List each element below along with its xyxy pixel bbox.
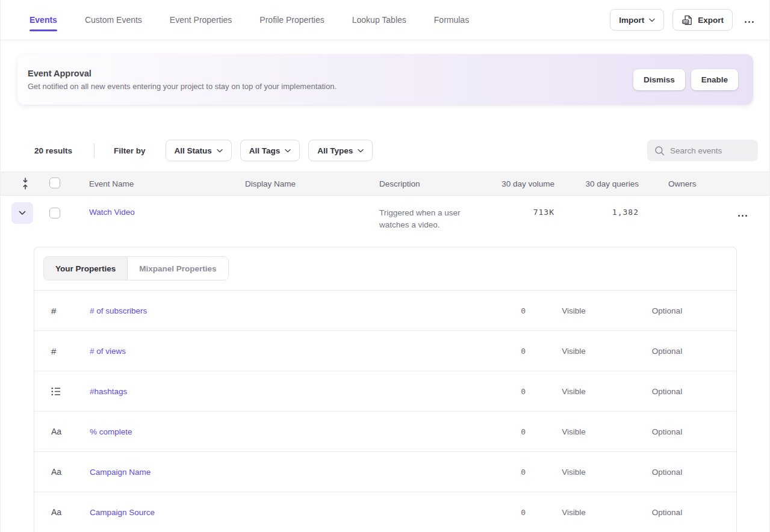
row-checkbox[interactable] [49,208,60,218]
export-button-label: Export [698,16,724,25]
column-header-queries: 30 day queries [554,179,639,188]
tags-filter-label: All Tags [249,146,281,155]
property-visibility: Visible [526,468,622,477]
status-filter-dropdown[interactable]: All Status [166,140,232,161]
column-header-volume: 30 day volume [474,179,554,188]
property-requirement: Optional [622,347,712,356]
search-input[interactable] [670,146,751,155]
property-count: 0 [441,347,526,356]
text-type-icon: Aa [51,427,90,436]
number-type-icon: # [51,346,90,356]
properties-tabbar: Your Properties Mixpanel Properties [34,247,736,291]
property-name-link[interactable]: % complete [90,427,441,436]
volume-value: 713K [533,208,554,217]
search-box [647,140,758,161]
enable-button[interactable]: Enable [691,69,738,90]
chevron-down-icon [285,149,291,153]
more-options-button[interactable] [741,12,757,28]
row-more-options-button[interactable] [734,206,751,222]
property-count: 0 [441,427,526,436]
import-button[interactable]: Import [610,9,664,31]
tags-filter-dropdown[interactable]: All Tags [240,140,300,161]
property-name-link[interactable]: Campaign Source [90,508,441,517]
chevron-down-icon [19,211,26,215]
property-requirement: Optional [622,427,712,436]
tab-your-properties[interactable]: Your Properties [44,257,128,280]
ellipsis-icon [738,215,747,217]
display-name-cell [225,202,359,208]
property-visibility: Visible [526,306,622,315]
tab-profile-properties[interactable]: Profile Properties [259,0,324,40]
ellipsis-icon [745,21,754,23]
properties-segmented-control: Your Properties Mixpanel Properties [43,256,229,280]
divider [94,143,95,158]
property-row: #hashtags 0 Visible Optional [34,371,736,412]
chevron-down-icon [649,18,655,22]
dismiss-button[interactable]: Dismiss [633,69,685,90]
number-type-icon: # [51,306,90,316]
results-count: 20 results [34,146,72,155]
svg-text:csv: csv [683,19,689,23]
types-filter-dropdown[interactable]: All Types [308,140,373,161]
tab-formulas[interactable]: Formulas [434,0,469,40]
column-header-owners: Owners [639,179,711,188]
owners-cell [639,202,711,208]
property-count: 0 [441,387,526,396]
property-count: 0 [441,468,526,477]
events-table-header: Event Name Display Name Description 30 d… [1,172,769,196]
property-row: Aa Campaign Source 0 Visible Optional [34,492,736,532]
queries-value: 1,382 [612,208,639,217]
event-approval-banner: Event Approval Get notified on all new e… [17,54,753,105]
status-filter-label: All Status [175,146,212,155]
property-requirement: Optional [622,468,712,477]
list-type-icon [51,387,90,396]
column-header-display-name: Display Name [225,179,359,188]
tab-event-properties[interactable]: Event Properties [170,0,232,40]
property-name-link[interactable]: # of views [90,347,441,356]
property-visibility: Visible [526,427,622,436]
tab-custom-events[interactable]: Custom Events [85,0,142,40]
import-button-label: Import [619,16,644,25]
tab-mixpanel-properties[interactable]: Mixpanel Properties [128,257,228,280]
filter-by-label: Filter by [114,146,146,155]
property-count: 0 [441,306,526,315]
property-row: Aa Campaign Name 0 Visible Optional [34,452,736,492]
banner-subtitle: Get notified on all new events entering … [28,82,337,91]
property-requirement: Optional [622,387,712,396]
property-row: # # of subscribers 0 Visible Optional [34,291,736,331]
collapse-all-button[interactable] [11,177,39,190]
types-filter-label: All Types [317,146,353,155]
tab-lookup-tables[interactable]: Lookup Tables [352,0,406,40]
search-icon [654,146,665,156]
nav-actions: Import csv Export [610,9,757,31]
banner-text: Event Approval Get notified on all new e… [28,69,337,91]
property-visibility: Visible [526,387,622,396]
banner-title: Event Approval [28,69,337,78]
properties-panel: Your Properties Mixpanel Properties # # … [34,247,737,532]
property-row: # # of views 0 Visible Optional [34,331,736,371]
lexicon-events-page: Events Custom Events Event Properties Pr… [0,0,770,532]
banner-actions: Dismiss Enable [633,69,738,90]
event-row-watch-video: Watch Video Triggered when a user watche… [1,196,769,240]
filter-row: 20 results Filter by All Status All Tags… [34,140,758,161]
property-name-link[interactable]: # of subscribers [90,306,441,315]
property-name-link[interactable]: Campaign Name [90,468,441,477]
property-name-link[interactable]: #hashtags [90,387,441,396]
export-button[interactable]: csv Export [672,9,733,31]
property-visibility: Visible [526,508,622,517]
column-header-description: Description [359,179,474,188]
tab-events[interactable]: Events [29,0,57,40]
property-requirement: Optional [622,306,712,315]
text-type-icon: Aa [51,507,90,517]
chevron-down-icon [217,149,223,153]
event-name-link[interactable]: Watch Video [89,208,135,217]
property-visibility: Visible [526,347,622,356]
row-expander-button[interactable] [11,202,33,224]
property-requirement: Optional [622,508,712,517]
property-row: Aa % complete 0 Visible Optional [34,412,736,452]
property-count: 0 [441,508,526,517]
column-header-event-name: Event Name [68,179,225,188]
csv-file-icon: csv [682,14,693,26]
select-all-checkbox[interactable] [49,178,60,188]
chevron-down-icon [358,149,364,153]
